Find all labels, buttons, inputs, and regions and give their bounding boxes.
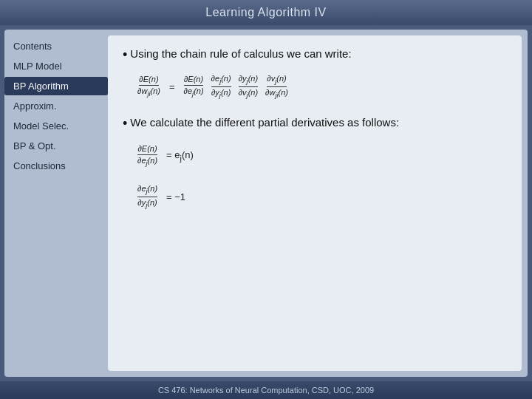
- footer-bar: CS 476: Networks of Neural Computation, …: [0, 381, 532, 399]
- content-panel: • Using the chain rule of calculus we ca…: [108, 35, 522, 371]
- formula2: ∂E(n) ∂ej(n) = ej(n): [136, 144, 507, 168]
- app-window: Learning Algorithm IV Contents MLP Model…: [0, 0, 532, 399]
- bullet1-text: • Using the chain rule of calculus we ca…: [123, 47, 507, 64]
- sidebar-item-contents[interactable]: Contents: [4, 37, 108, 55]
- partial-frac-dE-dwji: ∂E(n) ∂wji(n): [137, 75, 160, 98]
- partial-frac-dyj-dvj: ∂yj(n) ∂vj(n): [239, 74, 258, 100]
- partial-frac2-dE-dej: ∂E(n) ∂ej(n): [137, 144, 157, 168]
- bullet1-dot: •: [123, 47, 127, 64]
- page-title: Learning Algorithm IV: [205, 6, 326, 18]
- formula3: ∂ej(n) ∂yj(n) = −1: [136, 184, 507, 210]
- bullet2-text: • We calculate the different partial der…: [123, 116, 507, 132]
- partial-frac3-dej-dyj: ∂ej(n) ∂yj(n): [137, 184, 157, 210]
- formula1: ∂E(n) ∂wji(n) = ∂E(n) ∂ej(n) ∂ej(n) ∂yj(…: [136, 74, 507, 100]
- sidebar-item-bp-opt[interactable]: BP & Opt.: [4, 137, 108, 155]
- sidebar-item-conclusions[interactable]: Conclusions: [4, 157, 108, 175]
- sidebar-item-mlp-model[interactable]: MLP Model: [4, 57, 108, 75]
- footer-text: CS 476: Networks of Neural Computation, …: [158, 386, 374, 395]
- partial-frac-dE-dej: ∂E(n) ∂ej(n): [184, 75, 204, 98]
- partial-frac-dvj-dwji: ∂vj(n) ∂wji(n): [265, 74, 288, 100]
- sidebar-item-bp-algorithm[interactable]: BP Algorithm: [4, 77, 108, 95]
- title-bar: Learning Algorithm IV: [0, 0, 532, 25]
- bullet2-dot: •: [123, 116, 127, 132]
- sidebar: Contents MLP Model BP Algorithm Approxim…: [4, 30, 108, 377]
- sidebar-item-approxim[interactable]: Approxim.: [4, 97, 108, 115]
- sidebar-item-model-selec[interactable]: Model Selec.: [4, 117, 108, 135]
- main-content: Contents MLP Model BP Algorithm Approxim…: [4, 30, 528, 377]
- partial-frac-dej-dyj: ∂ej(n) ∂yj(n): [211, 74, 231, 100]
